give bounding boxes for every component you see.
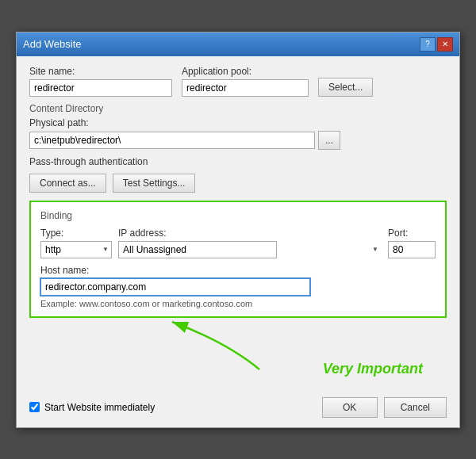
site-name-input[interactable]: [29, 79, 172, 97]
ip-select[interactable]: All Unassigned: [118, 241, 277, 258]
title-bar: Add Website ? ✕: [17, 33, 459, 56]
binding-label: Binding: [40, 210, 436, 221]
type-label: Type:: [40, 228, 112, 239]
very-important-text: Very Important: [323, 361, 423, 377]
select-btn-group: Select...: [318, 78, 373, 97]
port-label: Port:: [388, 228, 436, 239]
binding-type-row: Type: http https IP address: All Unassig…: [40, 228, 436, 258]
browse-button[interactable]: ...: [318, 131, 340, 150]
host-name-group: Host name:: [40, 265, 436, 296]
dialog-title: Add Website: [23, 38, 81, 50]
type-group: Type: http https: [40, 228, 112, 258]
app-pool-label: Application pool:: [182, 66, 309, 77]
close-button[interactable]: ✕: [437, 37, 453, 52]
start-website-checkbox[interactable]: [29, 402, 40, 412]
app-pool-input[interactable]: [182, 79, 309, 97]
type-select-wrapper: http https: [40, 241, 112, 258]
binding-section: Binding Type: http https IP address:: [29, 201, 447, 318]
port-input[interactable]: [388, 241, 436, 258]
start-website-label: Start Website immediately: [44, 402, 155, 413]
cancel-button[interactable]: Cancel: [384, 397, 447, 418]
auth-buttons-row: Connect as... Test Settings...: [29, 174, 447, 193]
site-name-label: Site name:: [29, 66, 172, 77]
app-pool-group: Application pool:: [182, 66, 309, 97]
site-name-group: Site name:: [29, 66, 172, 97]
add-website-dialog: Add Website ? ✕ Site name: Application p…: [16, 32, 460, 428]
pass-through-label: Pass-through authentication: [29, 156, 447, 167]
ip-label: IP address:: [118, 228, 382, 239]
arrow-svg: [125, 318, 299, 377]
dialog-body: Site name: Application pool: Select... C…: [17, 56, 459, 391]
ip-select-wrapper: All Unassigned: [118, 241, 382, 258]
test-settings-button[interactable]: Test Settings...: [113, 174, 196, 193]
physical-path-input[interactable]: [29, 132, 315, 149]
annotation-area: Very Important: [29, 318, 447, 381]
auth-section: Pass-through authentication: [29, 156, 447, 167]
type-select[interactable]: http https: [40, 241, 112, 258]
physical-path-group: Physical path: ...: [29, 117, 447, 150]
port-group: Port:: [388, 228, 436, 258]
content-directory-label: Content Directory: [29, 103, 447, 114]
dialog-footer: Start Website immediately OK Cancel: [17, 391, 459, 427]
footer-buttons: OK Cancel: [322, 397, 447, 418]
select-button[interactable]: Select...: [318, 78, 373, 97]
physical-path-label: Physical path:: [29, 117, 447, 128]
example-text: Example: www.contoso.com or marketing.co…: [40, 299, 436, 308]
help-button[interactable]: ?: [420, 37, 436, 52]
ip-group: IP address: All Unassigned: [118, 228, 382, 258]
host-name-input[interactable]: [40, 278, 310, 296]
physical-path-row: Physical path: ...: [29, 117, 447, 150]
ok-button[interactable]: OK: [322, 397, 378, 418]
host-name-label: Host name:: [40, 265, 436, 276]
start-website-group: Start Website immediately: [29, 402, 155, 413]
title-bar-buttons: ? ✕: [420, 37, 453, 52]
connect-as-button[interactable]: Connect as...: [29, 174, 106, 193]
site-app-row: Site name: Application pool: Select...: [29, 66, 447, 97]
